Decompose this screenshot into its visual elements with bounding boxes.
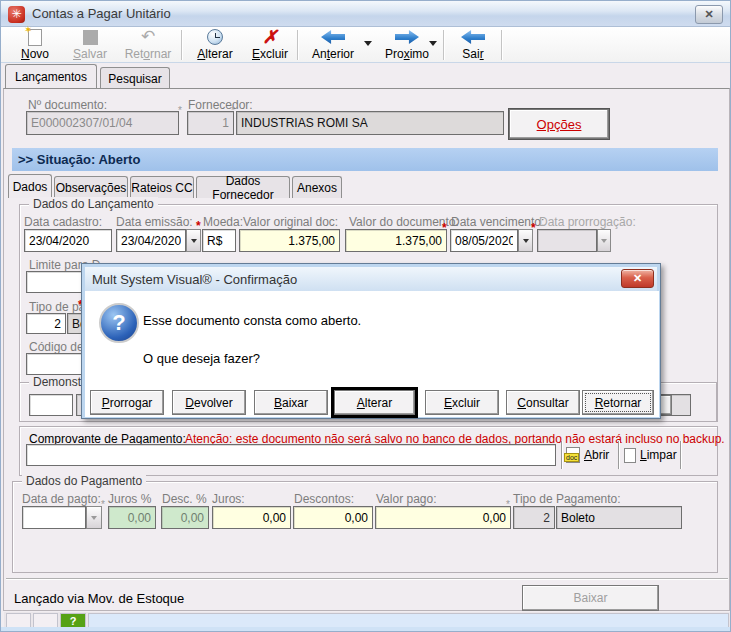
dialog-alterar-default-frame: Alterar [331,387,418,418]
pagamento-group-title: Dados do Pagamento [22,474,146,488]
delete-x-icon: ✗ [262,28,277,46]
titlebar: ✳ Contas a Pagar Unitário ✕ [1,1,731,27]
app-window: ✳ Contas a Pagar Unitário ✕ ✶ Novo Salva… [0,0,731,632]
opcoes-button[interactable]: Opções [509,109,609,139]
clock-icon [207,28,223,46]
new-document-icon: ✶ [28,28,42,46]
juros-input[interactable] [212,506,291,529]
data-emissao-input[interactable] [116,229,186,252]
question-icon: ? [99,303,139,343]
dialog-consultar-button[interactable]: Consultar [506,390,580,415]
valor-pago-label: Valor pago: [376,492,437,506]
anterior-button[interactable]: Anterior [303,28,363,62]
abrir-button[interactable]: doc Abrir [566,443,609,467]
desc-pct-label: Desc. % [162,492,207,506]
app-icon: ✳ [8,6,25,23]
data-prorrogacao-dropdown-icon [597,229,611,252]
descontos-label: Descontos: [294,492,354,506]
proximo-button[interactable]: Proximo [377,28,437,62]
data-emissao-dropdown-icon[interactable] [186,229,201,252]
dialog-baixar-button[interactable]: Baixar [254,390,328,415]
tab-pesquisar[interactable]: Pesquisar [100,67,170,89]
tab-dados-fornecedor[interactable]: Dados Fornecedor [196,176,290,198]
separator [680,441,681,469]
tipo-pagamento-name-input[interactable] [556,506,682,529]
documento-input[interactable] [26,111,179,135]
toolbar: ✶ Novo Salvar ↶ Retornar Alterar ✗ Exclu… [1,27,731,63]
help-icon[interactable]: ? [60,613,86,628]
demonstrativo-input-1[interactable] [29,394,73,416]
doc-icon: doc [566,447,580,463]
dialog-prorrogar-button[interactable]: Prorrogar [90,390,164,415]
valor-original-input[interactable] [239,229,340,252]
juros-pct-input [108,506,156,529]
fornecedor-name-input[interactable] [236,111,504,135]
limpar-button[interactable]: Limpar [624,443,677,467]
desc-pct-input [161,506,209,529]
toolbar-separator [501,30,502,60]
data-vencimento-input[interactable] [450,229,518,252]
tab-lancamentos[interactable]: Lançamentos [5,64,97,89]
tipo-pagamento-code-input[interactable] [513,506,555,529]
baixar-footer-button: Baixar [522,585,659,611]
dialog-body: ? Esse documento consta como aberto. O q… [85,291,659,417]
anterior-dropdown-caret-icon[interactable] [364,41,372,46]
exit-arrow-icon [461,28,485,46]
dialog-excluir-button[interactable]: Excluir [425,390,499,415]
situacao-bar: >> Situação: Aberto [12,148,718,171]
dialog-message-line1: Esse documento consta como aberto. [143,313,361,328]
salvar-button: Salvar [63,28,117,62]
dialog-retornar-button[interactable]: Retornar [582,390,654,415]
data-emissao-label: Data emissão: [116,215,193,229]
data-cadastro-input[interactable] [24,229,112,252]
statusbar-panel [6,613,31,628]
separator [618,441,619,469]
save-icon [83,28,98,46]
tab-dados[interactable]: Dados [8,174,52,198]
statusbar-panel [33,613,58,628]
tipo-pagamento-label: Tipo de Pagamento: [513,492,621,506]
data-pagto-dropdown-icon [86,506,102,529]
lancamento-group-title: Dados do Lançamento [29,197,158,211]
moeda-label: Moeda: [203,215,243,229]
data-pagto-input[interactable] [22,506,86,529]
valor-documento-input[interactable] [345,229,447,252]
comprovante-input[interactable] [26,444,556,466]
toolbar-separator [181,30,182,60]
descontos-input[interactable] [293,506,373,529]
dialog-titlebar: Mult System Visual® - Confirmação [85,267,657,291]
juros-label: Juros: [212,492,245,506]
valor-original-label: Valor original doc: [243,215,338,229]
close-icon[interactable]: ✕ [695,5,723,24]
tab-anexos[interactable]: Anexos [292,176,342,198]
tipo-pag-code-input[interactable] [26,313,66,334]
dialog-alterar-button[interactable]: Alterar [334,390,415,415]
alterar-button[interactable]: Alterar [189,28,241,62]
dialog-devolver-button[interactable]: Devolver [172,390,246,415]
tab-observacoes[interactable]: Observações [54,176,128,198]
documento-label: Nº documento: [28,98,107,112]
divider [6,578,728,580]
proximo-dropdown-caret-icon[interactable] [429,41,437,46]
dialog-title: Mult System Visual® - Confirmação [92,272,297,287]
dialog-close-icon[interactable]: ✕ [621,269,654,288]
tab-rateios-cc[interactable]: Rateios CC [130,176,194,198]
data-prorrogacao-input [537,229,597,252]
dialog-message-line2: O que deseja fazer? [143,351,260,366]
novo-button[interactable]: ✶ Novo [9,28,61,62]
valor-pago-input[interactable] [375,506,511,529]
moeda-input[interactable] [202,229,236,252]
fornecedor-code-input[interactable] [187,111,234,135]
blank-page-icon [624,448,636,463]
fornecedor-label: Fornecedor: [188,98,253,112]
excluir-button[interactable]: ✗ Excluir [245,28,295,62]
arrow-left-icon [321,28,345,46]
undo-arrow-icon: ↶ [141,28,155,46]
data-pagto-label: Data de pagto: [22,492,101,506]
retornar-button: ↶ Retornar [119,28,177,62]
data-prorrogacao-label: Data prorrogação: [539,215,636,229]
sair-button[interactable]: Sair [449,28,497,62]
data-vencimento-dropdown-icon[interactable] [518,229,533,252]
arrow-right-icon [395,28,419,46]
data-cadastro-label: Data cadastro: [24,215,102,229]
